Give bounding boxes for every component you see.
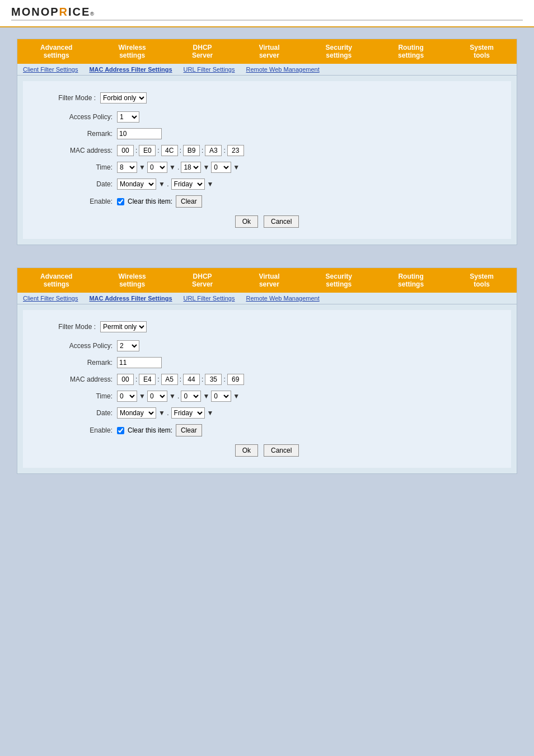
date-label-1: Date: [40, 180, 113, 188]
mac-seg-1-6[interactable] [227, 145, 244, 156]
clear-button-2[interactable]: Clear [176, 424, 202, 436]
filter-mode-select-2[interactable]: Forbid only Permit only [100, 321, 147, 332]
remark-label-1: Remark: [40, 130, 113, 138]
nav-bar-2: Advancedsettings Wirelesssettings DHCPSe… [17, 268, 517, 293]
nav-dhcp-1[interactable]: DHCPServer [188, 43, 217, 60]
subnav-remote-web-1[interactable]: Remote Web Management [246, 66, 319, 73]
access-policy-row-2: Access Policy: 1234 [40, 340, 494, 351]
date-label-2: Date: [40, 409, 113, 417]
time-h2-select-2[interactable]: 0 [181, 391, 201, 402]
remark-input-2[interactable] [117, 357, 162, 368]
nav-system-1[interactable]: Systemtools [465, 43, 498, 60]
access-policy-label-2: Access Policy: [40, 342, 113, 350]
mac-seg-2-3[interactable] [161, 374, 178, 385]
clear-this-item-label-2: Clear this item: [128, 426, 172, 434]
mac-seg-1-4[interactable] [183, 145, 200, 156]
panel-2: Advancedsettings Wirelesssettings DHCPSe… [17, 267, 517, 474]
form-area-1: Filter Mode : Forbid only Permit only Ac… [23, 81, 511, 239]
mac-seg-2-5[interactable] [205, 374, 222, 385]
remark-input-1[interactable] [117, 128, 162, 139]
time-label-1: Time: [40, 163, 113, 171]
subnav-url-filter-2[interactable]: URL Filter Settings [184, 295, 235, 302]
time-m1-select-2[interactable]: 0 [147, 391, 167, 402]
filter-mode-select-1[interactable]: Forbid only Permit only [100, 92, 147, 104]
nav-system-2[interactable]: Systemtools [465, 271, 498, 289]
enable-controls-1: Clear this item: Clear [117, 195, 202, 208]
header: MONOPRICE® [0, 0, 534, 27]
logo-reg: ® [90, 11, 94, 17]
nav-virtual-2[interactable]: Virtualserver [254, 271, 284, 289]
mac-label-2: MAC address: [40, 375, 113, 383]
mac-seg-1-2[interactable] [139, 145, 156, 156]
enable-label-1: Enable: [40, 198, 113, 205]
remark-row-1: Remark: [40, 128, 494, 139]
time-h2-select-1[interactable]: 18 [181, 162, 201, 173]
enable-controls-2: Clear this item: Clear [117, 424, 202, 436]
nav-advanced-2[interactable]: Advancedsettings [36, 271, 77, 289]
mac-row-1: MAC address: : : : : : [40, 145, 494, 156]
mac-group-2: : : : : : [117, 374, 244, 385]
date-to-select-1[interactable]: Friday [171, 179, 205, 190]
nav-security-1[interactable]: Securitysettings [321, 43, 357, 60]
mac-group-1: : : : : : [117, 145, 244, 156]
subnav-client-filter-1[interactable]: Client Filter Settings [23, 66, 78, 73]
filter-mode-label-2: Filter Mode : [40, 323, 96, 331]
panel-1: Advancedsettings Wirelesssettings DHCPSe… [17, 39, 517, 245]
clear-button-1[interactable]: Clear [176, 195, 202, 208]
mac-row-2: MAC address: : : : : : [40, 374, 494, 385]
mac-seg-1-5[interactable] [205, 145, 222, 156]
clear-this-item-label-1: Clear this item: [128, 198, 172, 205]
nav-wireless-1[interactable]: Wirelesssettings [114, 43, 151, 60]
subnav-mac-filter-2[interactable]: MAC Address Filter Settings [89, 295, 172, 302]
subnav-client-filter-2[interactable]: Client Filter Settings [23, 295, 78, 302]
subnav-remote-web-2[interactable]: Remote Web Management [246, 295, 319, 302]
enable-checkbox-1[interactable] [117, 198, 124, 205]
mac-label-1: MAC address: [40, 147, 113, 154]
nav-bar-1: Advancedsettings Wirelesssettings DHCPSe… [17, 39, 517, 64]
nav-routing-1[interactable]: Routingsettings [394, 43, 428, 60]
nav-routing-2[interactable]: Routingsettings [394, 271, 428, 289]
date-row-2: Date: Monday ▼ . Friday ▼ [40, 407, 494, 419]
mac-seg-1-3[interactable] [161, 145, 178, 156]
cancel-button-2[interactable]: Cancel [264, 444, 299, 457]
mac-seg-2-1[interactable] [117, 374, 134, 385]
form-area-2: Filter Mode : Forbid only Permit only Ac… [23, 310, 511, 468]
time-m2-select-1[interactable]: 0 [211, 162, 231, 173]
access-policy-select-1[interactable]: 1234 [117, 111, 139, 123]
date-from-select-2[interactable]: Monday [117, 407, 156, 419]
time-m2-select-2[interactable]: 0 [211, 391, 231, 402]
nav-dhcp-2[interactable]: DHCPServer [188, 271, 217, 289]
subnav-url-filter-1[interactable]: URL Filter Settings [184, 66, 235, 73]
cancel-button-1[interactable]: Cancel [264, 215, 299, 228]
remark-label-2: Remark: [40, 359, 113, 367]
access-policy-label-1: Access Policy: [40, 113, 113, 121]
ok-button-2[interactable]: Ok [235, 444, 258, 457]
enable-row-2: Enable: Clear this item: Clear [40, 424, 494, 436]
date-from-select-1[interactable]: Monday [117, 179, 156, 190]
filter-mode-row-2: Filter Mode : Forbid only Permit only [40, 321, 494, 332]
logo-text: MONOPRICE [11, 6, 90, 18]
nav-advanced-1[interactable]: Advancedsettings [36, 43, 77, 60]
filter-mode-label-1: Filter Mode : [40, 94, 96, 102]
btn-group-2: Ok Cancel [40, 444, 494, 457]
date-group-1: Monday ▼ . Friday ▼ [117, 179, 213, 190]
nav-security-2[interactable]: Securitysettings [321, 271, 357, 289]
mac-seg-1-1[interactable] [117, 145, 134, 156]
time-m1-select-1[interactable]: 0 [147, 162, 167, 173]
ok-button-1[interactable]: Ok [235, 215, 258, 228]
enable-checkbox-2[interactable] [117, 427, 124, 434]
nav-wireless-2[interactable]: Wirelesssettings [114, 271, 151, 289]
subnav-mac-filter-1[interactable]: MAC Address Filter Settings [89, 66, 172, 73]
date-to-select-2[interactable]: Friday [171, 407, 205, 419]
sub-nav-2: Client Filter Settings MAC Address Filte… [17, 293, 517, 304]
nav-virtual-1[interactable]: Virtualserver [254, 43, 284, 60]
time-h1-select-2[interactable]: 0 [117, 391, 137, 402]
time-h1-select-1[interactable]: 8 [117, 162, 137, 173]
access-policy-select-2[interactable]: 1234 [117, 340, 139, 351]
mac-seg-2-4[interactable] [183, 374, 200, 385]
mac-seg-2-6[interactable] [227, 374, 244, 385]
date-group-2: Monday ▼ . Friday ▼ [117, 407, 213, 419]
mac-seg-2-2[interactable] [139, 374, 156, 385]
time-row-1: Time: 8 ▼ 0 ▼ . 18 ▼ 0 ▼ [40, 162, 494, 173]
enable-label-2: Enable: [40, 426, 113, 434]
